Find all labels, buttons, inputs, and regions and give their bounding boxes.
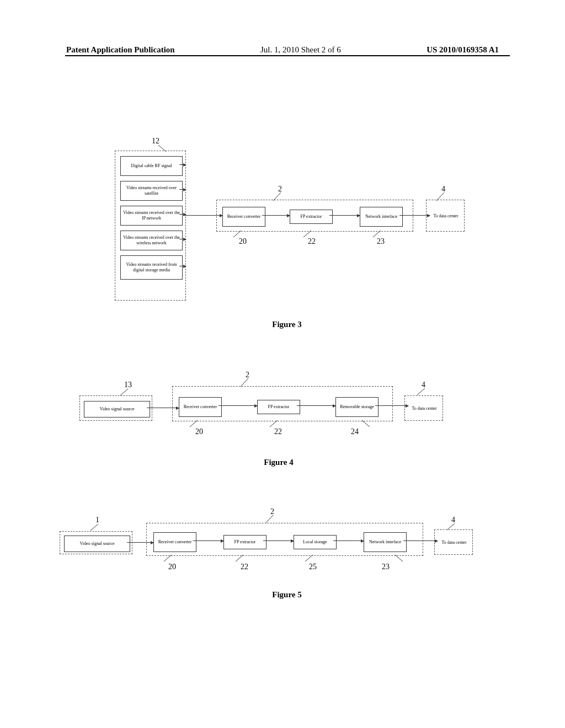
fig3-network-interface: Network interface bbox=[360, 207, 403, 227]
svg-line-15 bbox=[236, 555, 243, 561]
fig3-fp-extractor: FP extractor bbox=[290, 210, 333, 224]
svg-line-10 bbox=[362, 420, 370, 427]
leader-4a bbox=[436, 192, 446, 200]
fig5-arrow-22-25 bbox=[263, 540, 294, 541]
fig5-local-storage: Local storage bbox=[294, 535, 337, 549]
fig5-arrow-20-22 bbox=[193, 540, 223, 541]
fig4-arrow-20-22 bbox=[218, 405, 257, 406]
fig3-out: To data center bbox=[430, 207, 462, 226]
leader-20b bbox=[190, 420, 200, 428]
ref-num-20b: 20 bbox=[195, 427, 203, 436]
fig5-arrow-out bbox=[403, 540, 438, 541]
fig3-caption: Figure 3 bbox=[254, 320, 320, 329]
ref-num-23c: 23 bbox=[382, 563, 390, 571]
ref-num-20c: 20 bbox=[168, 563, 176, 571]
leader-1 bbox=[90, 524, 100, 532]
ref-num-1: 1 bbox=[95, 516, 99, 524]
fig5-arrow-in bbox=[127, 542, 153, 543]
svg-line-7 bbox=[241, 378, 248, 387]
ref-num-22b: 22 bbox=[274, 427, 282, 436]
leader-23c bbox=[395, 555, 405, 563]
svg-line-12 bbox=[90, 524, 98, 531]
fig4-fp-extractor: FP extractor bbox=[257, 400, 300, 414]
ref-num-24: 24 bbox=[351, 427, 359, 436]
fig5-out: To data center bbox=[438, 533, 471, 552]
leader-4b bbox=[417, 388, 427, 396]
fig3-arrow-out bbox=[399, 215, 430, 216]
leader-20c bbox=[164, 555, 174, 563]
leader-22b bbox=[270, 420, 280, 428]
fig5-fp-extractor: FP extractor bbox=[223, 535, 266, 549]
fig4-removable-storage: Removable storage bbox=[335, 397, 379, 417]
fig3-arrow-22-23 bbox=[329, 215, 360, 216]
fig4-arrow-22-24 bbox=[297, 405, 335, 406]
svg-line-17 bbox=[395, 555, 403, 561]
ref-num-25: 25 bbox=[309, 563, 317, 571]
leader-2b bbox=[241, 378, 250, 386]
fig5-arrow-25-23 bbox=[333, 540, 364, 541]
leader-24 bbox=[362, 420, 372, 428]
svg-line-6 bbox=[120, 389, 128, 395]
svg-line-13 bbox=[265, 515, 273, 523]
fig3-src-1: Video streams received over satellite bbox=[120, 181, 183, 201]
fig4-out: To data center bbox=[408, 399, 440, 418]
leader-2c bbox=[265, 515, 275, 523]
svg-line-8 bbox=[190, 420, 198, 427]
ref-num-22a: 22 bbox=[308, 237, 316, 246]
leader-2a bbox=[273, 192, 283, 200]
fig3-src-4: Video streams received from digital stor… bbox=[120, 255, 183, 280]
header-rule bbox=[65, 55, 510, 56]
svg-line-2 bbox=[233, 231, 241, 237]
fig5-caption: Figure 5 bbox=[254, 590, 320, 599]
fig5-network-interface: Network interface bbox=[364, 532, 407, 552]
fig5-receiver-converter: Receiver converter bbox=[153, 532, 196, 552]
fig3-arrow-in bbox=[185, 215, 222, 216]
fig4-arrow-in bbox=[147, 408, 179, 408]
ref-num-12: 12 bbox=[152, 137, 159, 146]
fig3-out-arrow-4 bbox=[179, 266, 186, 266]
fig3-src-3: Video streams received over the wireless… bbox=[120, 231, 183, 250]
leader-25 bbox=[305, 555, 315, 563]
svg-line-4 bbox=[373, 231, 381, 237]
svg-line-14 bbox=[164, 555, 172, 561]
header-right: US 2010/0169358 A1 bbox=[427, 45, 499, 55]
svg-line-16 bbox=[305, 555, 313, 561]
svg-line-9 bbox=[270, 420, 278, 427]
fig5-src: Video signal source bbox=[64, 536, 130, 552]
leader-22c bbox=[236, 555, 246, 563]
page-header: Patent Application Publication Jul. 1, 2… bbox=[0, 45, 565, 55]
svg-line-11 bbox=[417, 388, 425, 395]
fig4-src: Video signal source bbox=[84, 401, 150, 417]
ref-num-22c: 22 bbox=[241, 563, 248, 571]
ref-num-20a: 20 bbox=[239, 237, 247, 246]
ref-num-23a: 23 bbox=[377, 237, 385, 246]
header-left: Patent Application Publication bbox=[66, 45, 175, 55]
fig3-out-arrow-0 bbox=[179, 164, 186, 165]
fig4-caption: Figure 4 bbox=[246, 458, 312, 467]
fig4-arrow-out bbox=[375, 405, 408, 406]
fig3-out-arrow-2 bbox=[179, 214, 186, 215]
fig3-src-0: Digital cable RF signal bbox=[120, 156, 183, 176]
fig3-out-arrow-1 bbox=[179, 189, 186, 190]
ref-num-13: 13 bbox=[124, 381, 132, 389]
header-center: Jul. 1, 2010 Sheet 2 of 6 bbox=[260, 45, 341, 55]
fig3-out-arrow-3 bbox=[179, 239, 186, 239]
svg-line-3 bbox=[303, 231, 311, 237]
fig3-src-2: Video streams received over the IP netwo… bbox=[120, 206, 183, 226]
fig3-receiver-converter: Receiver converter bbox=[222, 207, 265, 227]
fig3-arrow-20-22 bbox=[262, 215, 290, 216]
fig4-receiver-converter: Receiver converter bbox=[179, 397, 222, 417]
